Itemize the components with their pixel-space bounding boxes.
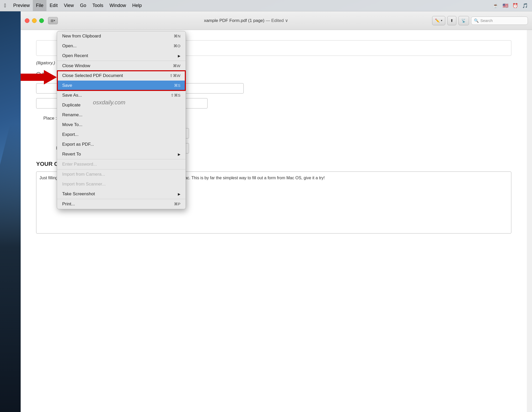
search-icon: 🔍 bbox=[474, 18, 479, 23]
menu-item-open-recent[interactable]: Open Recent ▶ bbox=[57, 51, 186, 61]
menu-item-print[interactable]: Print... ⌘P bbox=[57, 199, 186, 209]
markup-tool-button[interactable]: ✏️ ▾ bbox=[432, 16, 445, 25]
menubar-right-icons: ☕ 🇺🇸 ⏰ 🎵 bbox=[493, 3, 532, 9]
flag-icon[interactable]: 🇺🇸 bbox=[503, 3, 508, 9]
menu-label-screenshot: Take Screenshot bbox=[62, 191, 95, 197]
arrow-shaft bbox=[21, 74, 44, 81]
airdrop-button[interactable]: 📡 bbox=[458, 16, 469, 25]
share-button[interactable]: ⬆ bbox=[447, 16, 456, 25]
menu-label-new-from-clipboard: New from Clipboard bbox=[62, 34, 101, 39]
menu-label-save-as: Save As... bbox=[62, 93, 82, 98]
window-title: xample PDF Form.pdf (1 page) — Edited ∨ bbox=[60, 18, 432, 23]
menubar-edit[interactable]: Edit bbox=[46, 0, 61, 11]
sidebar-icon: ⊞ bbox=[51, 19, 54, 23]
menubar-help[interactable]: Help bbox=[129, 0, 145, 11]
menu-label-import-camera: Import from Camera... bbox=[62, 172, 105, 177]
timemachine-icon[interactable]: ⏰ bbox=[512, 3, 518, 9]
menu-label-import-scanner: Import from Scanner... bbox=[62, 182, 106, 187]
menu-item-import-scanner: Import from Scanner... bbox=[57, 179, 186, 189]
menu-item-close-pdf[interactable]: Close Selected PDF Document ⇧⌘W bbox=[57, 71, 186, 81]
menu-item-duplicate[interactable]: Duplicate bbox=[57, 100, 186, 110]
menu-item-move-to[interactable]: Move To... bbox=[57, 120, 186, 130]
shortcut-open: ⌘O bbox=[173, 44, 180, 48]
shortcut-new-from-clipboard: ⌘N bbox=[174, 34, 180, 38]
search-box[interactable]: 🔍 Search bbox=[471, 17, 528, 25]
menu-label-close-pdf: Close Selected PDF Document bbox=[62, 73, 123, 78]
menu-label-export-pdf: Export as PDF... bbox=[62, 142, 94, 147]
arrow-head bbox=[44, 70, 57, 84]
submenu-arrow-open-recent: ▶ bbox=[178, 54, 180, 58]
menu-item-close-window[interactable]: Close Window ⌘W bbox=[57, 61, 186, 71]
vertical-scrollbar[interactable] bbox=[527, 30, 532, 412]
menu-item-screenshot[interactable]: Take Screenshot ▶ bbox=[57, 189, 186, 199]
menu-label-rename: Rename... bbox=[62, 112, 82, 118]
titlebar-tools: ✏️ ▾ ⬆ 📡 🔍 Search bbox=[432, 16, 528, 25]
menu-item-save[interactable]: Save ⌘S bbox=[57, 81, 186, 90]
menu-item-import-camera: Import from Camera... bbox=[57, 169, 186, 179]
minimize-button[interactable] bbox=[32, 18, 37, 23]
menu-item-enter-password: Enter Password... bbox=[57, 159, 186, 169]
bluetooth-icon[interactable]: 🎵 bbox=[522, 3, 528, 9]
submenu-arrow-screenshot: ▶ bbox=[178, 192, 180, 196]
shortcut-close-window: ⌘W bbox=[173, 64, 180, 68]
shortcut-save-as: ⇧⌘S bbox=[171, 93, 180, 98]
menu-label-revert-to: Revert To bbox=[62, 152, 81, 157]
menubar:  Preview File Edit View Go Tools Window… bbox=[0, 0, 532, 11]
menu-item-export[interactable]: Export... bbox=[57, 130, 186, 139]
menu-label-duplicate: Duplicate bbox=[62, 103, 81, 108]
window-content: (lligatory.) Ms. First name : Number : bbox=[21, 30, 532, 412]
close-button[interactable] bbox=[25, 18, 29, 23]
menu-label-open: Open... bbox=[62, 43, 77, 49]
filename-label: xample PDF Form.pdf (1 page) bbox=[204, 18, 264, 23]
menu-label-move-to: Move To... bbox=[62, 122, 82, 127]
menubar-file[interactable]: File bbox=[33, 0, 46, 11]
red-arrow-indicator bbox=[21, 70, 57, 84]
sidebar-toggle-button[interactable]: ⊞ ▾ bbox=[48, 17, 58, 24]
menu-label-open-recent: Open Recent bbox=[62, 53, 88, 58]
file-dropdown-menu: New from Clipboard ⌘N Open... ⌘O Open Re… bbox=[57, 31, 186, 209]
submenu-arrow-revert: ▶ bbox=[178, 152, 180, 156]
menubar-preview[interactable]: Preview bbox=[10, 0, 33, 11]
shortcut-print: ⌘P bbox=[174, 202, 180, 206]
shortcut-close-pdf: ⇧⌘W bbox=[170, 73, 180, 78]
menu-item-open[interactable]: Open... ⌘O bbox=[57, 41, 186, 51]
menu-label-print: Print... bbox=[62, 201, 75, 207]
search-placeholder: Search bbox=[480, 18, 493, 23]
share-icon: ⬆ bbox=[450, 18, 454, 23]
menu-label-save: Save bbox=[62, 83, 72, 88]
menu-label-enter-password: Enter Password... bbox=[62, 162, 97, 167]
chevron-down-icon: ▾ bbox=[54, 19, 55, 22]
menu-label-export: Export... bbox=[62, 132, 78, 137]
menu-label-close-window: Close Window bbox=[62, 63, 90, 68]
menu-item-save-as[interactable]: Save As... ⇧⌘S bbox=[57, 90, 186, 100]
airdrop-icon: 📡 bbox=[461, 18, 466, 23]
menubar-view[interactable]: View bbox=[61, 0, 77, 11]
menubar-window[interactable]: Window bbox=[106, 0, 129, 11]
pencil-icon: ✏️ bbox=[435, 18, 440, 23]
maximize-button[interactable] bbox=[39, 18, 44, 23]
menu-item-export-pdf[interactable]: Export as PDF... bbox=[57, 139, 186, 149]
place-label: Place : bbox=[36, 116, 57, 121]
menu-item-rename[interactable]: Rename... bbox=[57, 110, 186, 120]
apple-menu-item[interactable]:  bbox=[0, 0, 10, 11]
menu-item-revert-to[interactable]: Revert To ▶ bbox=[57, 149, 186, 159]
siri-icon[interactable]: ☕ bbox=[493, 3, 498, 9]
titlebar: ⊞ ▾ xample PDF Form.pdf (1 page) — Edite… bbox=[21, 11, 532, 30]
traffic-lights bbox=[25, 18, 44, 23]
menu-item-new-from-clipboard[interactable]: New from Clipboard ⌘N bbox=[57, 31, 186, 41]
menubar-tools[interactable]: Tools bbox=[89, 0, 106, 11]
markup-chevron: ▾ bbox=[441, 19, 442, 22]
menubar-go[interactable]: Go bbox=[77, 0, 89, 11]
preview-window: ⊞ ▾ xample PDF Form.pdf (1 page) — Edite… bbox=[21, 11, 532, 412]
edited-label: — Edited ∨ bbox=[266, 18, 288, 23]
shortcut-save: ⌘S bbox=[174, 83, 180, 88]
